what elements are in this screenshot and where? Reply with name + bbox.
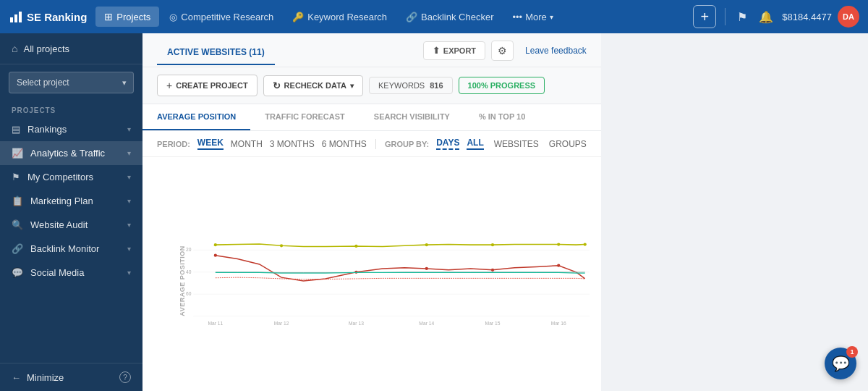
more-chevron-icon: ▾: [550, 13, 553, 21]
svg-point-20: [354, 245, 357, 248]
rankings-chevron-icon: ▾: [127, 125, 131, 133]
marketing-chevron-icon: ▾: [127, 197, 131, 205]
chat-icon: 💬: [832, 355, 850, 372]
nav-backlink[interactable]: 🔗 Backlink Checker: [397, 7, 502, 27]
sidebar-item-rankings[interactable]: ▤ Rankings ▾: [0, 117, 142, 141]
svg-point-24: [584, 243, 587, 245]
group-label: GROUP BY:: [385, 140, 429, 148]
all-projects-link[interactable]: ⌂ All projects: [0, 33, 142, 64]
refresh-icon: ↻: [273, 80, 281, 91]
chart-controls: PERIOD: WEEK MONTH 3 MONTHS 6 MONTHS GRO…: [142, 131, 601, 157]
project-select[interactable]: Select project: [9, 72, 134, 93]
nav-projects[interactable]: ⊞ Projects: [95, 7, 159, 27]
social-icon: 💬: [12, 267, 23, 278]
nav-more-label: More: [525, 12, 547, 22]
svg-text:Mar 16: Mar 16: [551, 321, 566, 326]
svg-text:60: 60: [186, 291, 192, 296]
help-icon[interactable]: ?: [119, 371, 131, 383]
svg-text:Mar 11: Mar 11: [208, 321, 223, 326]
nav-backlink-label: Backlink Checker: [421, 12, 493, 22]
period-6months-btn[interactable]: 6 MONTHS: [322, 139, 367, 149]
backlink-chevron-icon: ▾: [127, 245, 131, 253]
svg-point-22: [491, 243, 494, 246]
create-project-button[interactable]: + CREATE PROJECT: [157, 75, 258, 96]
social-label: Social Media: [30, 267, 84, 278]
recheck-data-button[interactable]: ↻ RECHECK DATA ▾: [263, 75, 363, 96]
sidebar: ⌂ All projects Select project ▾ PROJECTS…: [0, 33, 142, 391]
plus-icon: +: [166, 80, 172, 91]
view-all-btn[interactable]: ALL: [467, 138, 483, 150]
view-controls: ALL WEBSITES GROUPS: [467, 138, 586, 150]
sidebar-item-backlink[interactable]: 🔗 Backlink Monitor ▾: [0, 237, 142, 261]
svg-point-21: [425, 243, 428, 246]
period-label: PERIOD:: [157, 140, 190, 148]
svg-point-18: [214, 243, 217, 246]
add-button[interactable]: +: [693, 5, 716, 28]
topnav-divider: [725, 8, 726, 25]
all-projects-label: All projects: [23, 43, 69, 54]
tesla-line: [216, 256, 585, 281]
tab-top10[interactable]: % IN TOP 10: [464, 104, 540, 130]
active-websites-tab[interactable]: ACTIVE WEBSITES (11): [157, 42, 275, 65]
chat-bubble[interactable]: 💬 1: [825, 348, 856, 379]
keywords-label: KEYWORDS: [378, 81, 425, 90]
export-icon: ⬆: [433, 46, 440, 56]
competitors-icon: ⚑: [12, 172, 20, 182]
tab-search-visibility[interactable]: SEARCH VISIBILITY: [359, 104, 464, 130]
group-by-days-btn[interactable]: DAYS: [436, 138, 459, 150]
period-3months-btn[interactable]: 3 MONTHS: [270, 139, 315, 149]
topnav-nav: ⊞ Projects ◎ Competitive Research 🔑 Keyw…: [95, 7, 690, 27]
competitors-chevron-icon: ▾: [127, 173, 131, 181]
flag-icon[interactable]: ⚑: [734, 7, 750, 27]
sidebar-section-label: PROJECTS: [0, 101, 142, 117]
chart-tabs: AVERAGE POSITION TRAFFIC FORECAST SEARCH…: [142, 104, 601, 131]
export-button[interactable]: ⬆ EXPORT: [423, 41, 485, 60]
bell-icon[interactable]: 🔔: [756, 7, 776, 27]
nav-competitive[interactable]: ◎ Competitive Research: [161, 7, 282, 27]
tab-avg-position[interactable]: AVERAGE POSITION: [142, 104, 250, 130]
svg-point-23: [557, 243, 560, 245]
period-week-btn[interactable]: WEEK: [197, 138, 224, 150]
svg-text:Mar 15: Mar 15: [485, 321, 501, 326]
sidebar-item-social[interactable]: 💬 Social Media ▾: [0, 261, 142, 285]
view-groups-btn[interactable]: GROUPS: [549, 139, 587, 149]
tab-traffic-forecast[interactable]: TRAFFIC FORECAST: [250, 104, 359, 130]
backlink-monitor-icon: 🔗: [12, 243, 23, 254]
minimize-arrow-icon: ←: [12, 372, 21, 383]
sidebar-item-marketing[interactable]: 📋 Marketing Plan ▾: [0, 189, 142, 213]
nav-keyword[interactable]: 🔑 Keyword Research: [284, 7, 396, 27]
create-project-label: CREATE PROJECT: [176, 81, 247, 90]
sidebar-item-audit[interactable]: 🔍 Website Audit ▾: [0, 213, 142, 237]
chat-badge: 1: [846, 346, 858, 358]
svg-point-17: [557, 264, 560, 267]
settings-button[interactable]: ⚙: [491, 41, 514, 61]
keywords-badge: KEYWORDS 816: [369, 77, 453, 94]
svg-text:Mar 14: Mar 14: [419, 321, 434, 326]
sidebar-item-competitors[interactable]: ⚑ My Competitors ▾: [0, 165, 142, 189]
home-icon: ⌂: [12, 43, 17, 54]
logo-icon: [10, 12, 22, 22]
keyword-icon: 🔑: [292, 12, 304, 22]
nav-competitive-label: Competitive Research: [181, 12, 273, 22]
period-month-btn[interactable]: MONTH: [231, 139, 263, 149]
svg-point-16: [491, 269, 494, 272]
projects-icon: ⊞: [104, 11, 113, 22]
more-dots-icon: •••: [512, 12, 522, 22]
nav-more[interactable]: ••• More ▾: [503, 7, 561, 27]
svg-text:Mar 13: Mar 13: [349, 321, 364, 326]
rankings-label: Rankings: [27, 124, 67, 135]
svg-text:Mar 12: Mar 12: [274, 321, 289, 326]
audit-icon: 🔍: [12, 219, 23, 230]
svg-point-15: [425, 267, 428, 270]
minimize-btn[interactable]: ← Minimize ?: [0, 363, 142, 391]
view-websites-btn[interactable]: WEBSITES: [494, 139, 539, 149]
competitors-label: My Competitors: [27, 172, 93, 182]
sidebar-item-analytics[interactable]: 📈 Analytics & Traffic ▾: [0, 141, 142, 165]
export-label: EXPORT: [443, 46, 476, 55]
svg-text:40: 40: [186, 269, 192, 274]
analytics-label: Analytics & Traffic: [30, 148, 105, 159]
analytics-icon: 📈: [12, 148, 23, 159]
feedback-link[interactable]: Leave feedback: [525, 46, 587, 56]
user-avatar[interactable]: DA: [838, 6, 859, 28]
recheck-label: RECHECK DATA: [284, 81, 346, 90]
